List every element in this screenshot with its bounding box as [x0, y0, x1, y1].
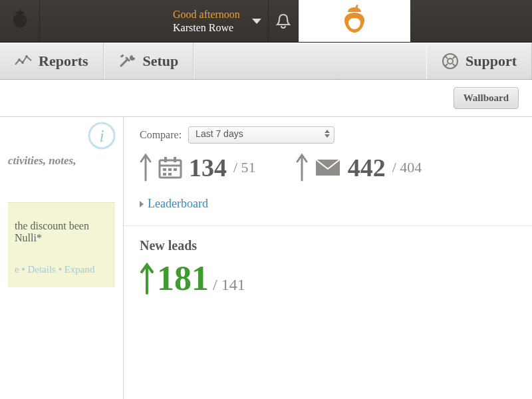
greeting-text: Good afternoon: [173, 8, 240, 21]
notifications-button[interactable]: [268, 0, 299, 42]
svg-rect-18: [168, 173, 172, 176]
highlight-text: the discount been Nulli*: [15, 220, 108, 244]
triangle-right-icon: [140, 201, 144, 207]
nav-support[interactable]: Support: [426, 43, 532, 79]
new-leads-title: New leads: [140, 238, 516, 253]
nav-setup-label: Setup: [143, 53, 179, 70]
new-leads-stat: 181 / 141: [140, 259, 516, 298]
svg-rect-12: [164, 157, 167, 162]
leaderboard-label: Leaderboard: [148, 197, 208, 211]
nav-reports-label: Reports: [39, 53, 88, 70]
arrow-up-icon: [296, 154, 308, 182]
nav-reports[interactable]: Reports: [0, 43, 104, 79]
link-details[interactable]: Details: [27, 264, 56, 275]
lifebuoy-icon: [442, 53, 459, 70]
username-text: Karsten Rowe: [173, 21, 240, 34]
stats-row: 134 / 51 442 / 404: [140, 153, 516, 182]
user-menu[interactable]: Good afternoon Karsten Rowe: [173, 0, 268, 42]
stat-mail: 442 / 404: [296, 153, 422, 182]
chevron-down-icon: [252, 19, 261, 24]
svg-point-2: [18, 59, 21, 61]
topbar: Good afternoon Karsten Rowe: [0, 0, 532, 43]
main-nav: Reports Setup Support: [0, 43, 532, 80]
stat-calendar-value: 134: [189, 153, 227, 182]
arrow-up-icon: [140, 154, 152, 182]
calendar-icon: [158, 156, 182, 179]
app-logo-dark[interactable]: [0, 0, 40, 42]
nav-support-label: Support: [466, 53, 517, 70]
new-leads-compare: / 141: [213, 276, 245, 298]
svg-point-4: [25, 55, 28, 58]
leaderboard-link[interactable]: Leaderboard: [140, 197, 516, 211]
compare-label: Compare:: [140, 129, 182, 141]
compare-row: Compare: Last 7 days: [140, 126, 516, 144]
compare-selected: Last 7 days: [196, 128, 243, 139]
new-leads-value: 181: [157, 259, 209, 298]
highlight-links: e • Details • Expand: [15, 264, 108, 275]
svg-rect-0: [19, 9, 21, 11]
nav-setup[interactable]: Setup: [104, 43, 194, 79]
wallboard-button[interactable]: Wallboard: [454, 87, 519, 109]
select-caret-icon: [325, 130, 330, 138]
left-blurb: ctivities, notes,: [8, 154, 115, 168]
stat-mail-value: 442: [348, 153, 386, 182]
svg-point-3: [21, 61, 24, 64]
main-panel: Compare: Last 7 days 134 / 51: [124, 117, 532, 399]
tools-icon: [119, 54, 136, 68]
svg-text:i: i: [99, 126, 104, 146]
svg-rect-17: [163, 173, 166, 176]
stat-calendar-compare: / 51: [233, 159, 256, 176]
svg-rect-13: [174, 157, 176, 162]
arrow-up-icon: [140, 263, 154, 295]
chart-line-icon: [15, 55, 32, 68]
left-panel: i ctivities, notes, the discount been Nu…: [0, 117, 124, 399]
brand-logo[interactable]: [299, 0, 410, 42]
highlight-card: the discount been Nulli* e • Details • E…: [8, 202, 115, 287]
info-icon[interactable]: i: [87, 121, 116, 150]
svg-rect-15: [168, 168, 172, 171]
acorn-icon: [9, 9, 31, 34]
svg-rect-14: [163, 168, 166, 171]
sub-header: Wallboard: [0, 80, 532, 117]
stat-mail-compare: / 404: [392, 159, 422, 176]
bell-icon: [276, 13, 291, 29]
link-expand[interactable]: Expand: [65, 264, 95, 275]
svg-point-7: [448, 59, 453, 64]
divider: [124, 225, 532, 226]
mail-icon: [315, 158, 341, 177]
svg-rect-5: [120, 54, 124, 57]
compare-select[interactable]: Last 7 days: [188, 126, 334, 144]
svg-rect-16: [174, 168, 177, 171]
stat-calendar: 134 / 51: [140, 153, 256, 182]
acorn-orange-icon: [338, 3, 371, 39]
